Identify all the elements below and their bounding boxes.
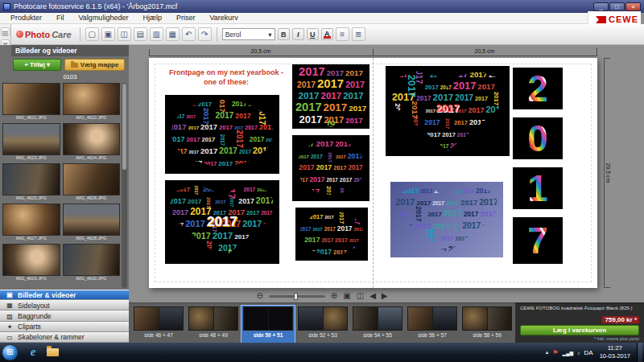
filmstrip-page[interactable]: side 50 + 51	[242, 306, 295, 343]
undo-icon[interactable]: ↶	[182, 27, 196, 41]
network-icon[interactable]: ▂▄▆	[563, 350, 573, 356]
menu-item-valgmuligheder[interactable]: Valgmuligheder	[72, 13, 136, 23]
sidebar-item-skabeloner-rammer[interactable]: ▭Skabeloner & rammer	[0, 332, 129, 343]
photo-thumbnail[interactable]: IMG_4628.JPG	[63, 204, 121, 241]
book-spread[interactable]: Frontpage on my next yearbook - one of t…	[149, 58, 597, 288]
wordcloud-stack-photo[interactable]: 2017201720172017201720172017201720172017…	[292, 64, 369, 129]
cloud-word: 2017	[238, 150, 252, 154]
open-folder-icon[interactable]: ▣	[101, 27, 115, 41]
volume-icon[interactable]: ♪	[577, 350, 580, 356]
spread-view-icon[interactable]: ◫	[357, 290, 364, 302]
wordcloud-heart-photo[interactable]: 2017201720172017201720172017201720172017…	[165, 180, 279, 264]
digit-1-photo[interactable]: 1	[513, 167, 563, 209]
copy-icon[interactable]: ▥	[150, 27, 163, 41]
sidebar-item-baggrunde[interactable]: ▨Baggrunde	[0, 311, 129, 321]
filmstrip-page[interactable]: side 48 + 49	[187, 306, 240, 343]
add-to-cart-button[interactable]: Læg i varekurven	[520, 325, 639, 335]
cloud-word: 2017	[485, 105, 506, 113]
photo-thumbnail[interactable]: IMG_4624.JPG	[63, 123, 121, 161]
language-indicator[interactable]: DA	[584, 349, 593, 356]
start-button[interactable]: ⊞	[2, 345, 18, 360]
close-button[interactable]: ×	[625, 2, 641, 11]
filmstrip-page[interactable]: side 52 + 53	[296, 306, 349, 343]
digit-2-photo[interactable]: 2	[513, 68, 563, 109]
save-icon[interactable]: ◫	[118, 27, 131, 41]
filmstrip-page[interactable]: side 58 + 59	[460, 306, 514, 343]
bold-button[interactable]: B	[278, 28, 290, 40]
taskbar: ⊞ e ▴ ⚑ ▂▄▆ ♪ DA 11:27 10-03-2017	[0, 343, 644, 362]
wordcloud-round-photo[interactable]: 2017201720172017201720172017201720172017…	[292, 135, 369, 201]
font-family-select[interactable]: Berol ▾	[222, 28, 275, 40]
print-icon[interactable]: ▤	[134, 27, 147, 41]
zoom-slider-thumb[interactable]	[294, 293, 298, 300]
cloud-word: 2017	[453, 120, 469, 125]
photo-grid-scrollbar[interactable]	[122, 83, 127, 288]
menu-item-hj-lp[interactable]: Hjælp	[135, 13, 169, 23]
cloud-word: 2017	[327, 151, 331, 162]
wordcloud-big-heart-photo[interactable]: 2017201720172017201720172017201720172017…	[386, 66, 510, 156]
action-center-icon[interactable]: ⚑	[552, 349, 558, 356]
minimize-button[interactable]: _	[593, 2, 609, 11]
photo-thumbnail[interactable]: IMG_4622.JPG	[63, 83, 121, 121]
cloud-word: 2017	[445, 201, 460, 207]
cloud-word: 2017	[326, 119, 336, 127]
photo-thumbnail[interactable]: IMG_4627.JPG	[2, 204, 60, 241]
sidebar-item-sidelayout[interactable]: ▦Sidelayout	[0, 300, 129, 311]
photo-thumbnail[interactable]: IMG_4629.JPG	[2, 244, 60, 282]
spread-caption[interactable]: Frontpage on my next yearbook - one of t…	[162, 68, 291, 87]
choose-folder-button[interactable]: Vælg mappe	[64, 59, 125, 71]
paste-icon[interactable]: ▦	[166, 27, 180, 41]
wordcloud: 2017201720172017201720172017201720172017…	[167, 97, 278, 172]
align-center-icon[interactable]: ≣	[352, 27, 365, 41]
internet-explorer-icon[interactable]: e	[23, 344, 43, 360]
cloud-word: 2017	[298, 164, 315, 171]
font-color-button[interactable]: A	[321, 28, 333, 40]
pages-tool-icon[interactable]: ▤	[1, 27, 10, 36]
underline-button[interactable]: U	[307, 28, 319, 40]
digit-7-photo[interactable]: 7	[513, 217, 563, 264]
cloud-word: 2017	[462, 189, 475, 194]
photo-thumbnail[interactable]: IMG_4630.JPG	[63, 244, 121, 282]
photo-thumbnail[interactable]: IMG_4621.JPG	[2, 83, 60, 121]
redo-icon[interactable]: ↷	[198, 27, 212, 41]
sidebar-item-cliparts[interactable]: ✦Cliparts	[0, 322, 129, 332]
wordcloud: 2017201720172017201720172017201720172017…	[387, 68, 508, 154]
italic-button[interactable]: I	[292, 28, 304, 40]
previous-page-icon[interactable]: ◀	[369, 290, 376, 302]
wordcloud-bubble-photo[interactable]: 2017201720172017201720172017201720172017…	[165, 95, 279, 174]
cloud-word: 2017	[201, 257, 221, 262]
next-page-icon[interactable]: ▶	[382, 290, 388, 302]
cloud-word: 2017	[298, 155, 310, 160]
cloud-word: 2017	[218, 125, 233, 130]
explorer-icon[interactable]	[43, 344, 62, 360]
add-photos-button[interactable]: + Tilføj ▾	[13, 59, 61, 71]
menu-item-varekurv[interactable]: Varekurv	[202, 13, 245, 23]
zoom-in-icon[interactable]: ⊕	[331, 290, 337, 302]
photo-thumbnail[interactable]: IMG_4626.JPG	[63, 163, 121, 201]
menu-item-fil[interactable]: Fil	[49, 13, 72, 23]
fit-page-icon[interactable]: ▣	[343, 290, 350, 302]
filmstrip-page[interactable]: side 46 + 47	[132, 306, 185, 343]
show-desktop-button[interactable]	[637, 343, 642, 362]
filmstrip-page[interactable]: side 56 + 57	[406, 306, 459, 343]
cloud-word: 2017	[345, 117, 363, 125]
wordcloud-small-photo[interactable]: 2017201720172017201720172017201720172017…	[295, 208, 368, 261]
sidebar-item-billeder-videoer[interactable]: ▣Billeder & videoer	[0, 290, 129, 300]
digit-0-photo[interactable]: 0	[513, 117, 563, 159]
new-document-icon[interactable]: ▢	[85, 27, 99, 41]
scrollbar-thumb[interactable]	[122, 84, 126, 170]
photo-thumbnail[interactable]: IMG_4625.JPG	[2, 163, 60, 201]
align-left-icon[interactable]: ≡	[336, 27, 349, 41]
zoom-toolbar: ⊖ ⊕ ▣ ◫ ◀ ▶	[129, 290, 515, 302]
maximize-button[interactable]: □	[609, 2, 625, 11]
menu-item-produkter[interactable]: Produkter	[3, 13, 49, 23]
photo-thumbnail[interactable]: IMG_4623.JPG	[2, 123, 60, 161]
zoom-slider[interactable]	[269, 295, 325, 298]
wordcloud-blue-photo[interactable]: 2017201720172017201720172017201720172017…	[390, 182, 503, 257]
cloud-word: 2017	[217, 161, 233, 167]
show-hidden-icons[interactable]: ▴	[546, 349, 549, 356]
clock[interactable]: 11:27 10-03-2017	[597, 344, 633, 360]
filmstrip-page[interactable]: side 54 + 55	[351, 306, 404, 343]
zoom-out-icon[interactable]: ⊖	[256, 290, 262, 302]
menu-item-priser[interactable]: Priser	[169, 13, 203, 23]
